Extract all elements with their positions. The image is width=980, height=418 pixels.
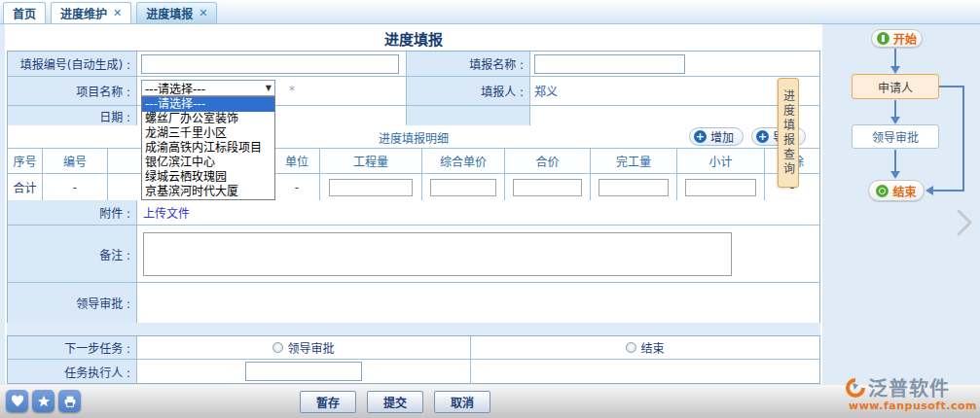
executor-label: 任务执行人 :	[8, 360, 137, 383]
close-icon[interactable]: ✕	[113, 7, 122, 19]
filler-value: 郑义	[534, 83, 558, 99]
tab-bar: 首页 进度维护 ✕ 进度填报 ✕	[0, 0, 980, 24]
col-unit-price: 综合单价	[422, 149, 505, 173]
required-mark: *	[289, 84, 295, 97]
cancel-button[interactable]: 取消	[434, 391, 490, 413]
total-finished-qty-input[interactable]	[599, 179, 669, 196]
tab-label: 首页	[13, 5, 36, 21]
filler-label: 填报人 :	[407, 77, 530, 105]
remark-label: 备注 :	[8, 226, 137, 282]
executor-input[interactable]	[245, 362, 362, 381]
leader-approval-label: 领导审批 :	[8, 283, 137, 323]
footer-bar: 暂存 提交 取消	[0, 384, 980, 418]
tab-label: 进度维护	[60, 5, 107, 21]
executor-empty-cell	[471, 360, 819, 383]
brand-name: 泛普软件	[868, 373, 950, 401]
total-unit-price-input[interactable]	[430, 179, 497, 196]
total-subtotal-input[interactable]	[685, 179, 756, 196]
expand-chevron-icon[interactable]	[959, 211, 970, 234]
end-icon	[876, 185, 889, 197]
radio-end-label: 结束	[640, 339, 664, 356]
col-quantity: 工程量	[320, 149, 422, 173]
header-fields-table: 填报编号(自动生成) : 填报名称 : 项目名称 : 填报人 : 郑义 日期 :	[7, 51, 820, 127]
leader-approval-value	[137, 283, 819, 323]
chevron-down-icon: ▼	[266, 84, 272, 92]
detail-table: 进度填报明细 + 增加 + 导入 序号 编号 单位 工程量 综合单价 合价 完工…	[7, 125, 820, 201]
col-finished-qty: 完工量	[591, 149, 677, 173]
col-code: 编号	[43, 149, 108, 173]
dropdown-option[interactable]: 龙湖三千里小区	[142, 126, 274, 141]
dropdown-option[interactable]: ---请选择---	[142, 97, 274, 112]
project-select-value: ---请选择---	[145, 80, 205, 96]
workflow-approval-node: 领导审批	[852, 124, 939, 149]
bookmark-icon[interactable]	[32, 390, 54, 412]
col-seq: 序号	[8, 149, 43, 173]
brand-logo: 泛普软件 www.fanpusoft.com	[845, 373, 975, 412]
next-task-label: 下一步任务 :	[8, 336, 137, 359]
col-amount: 合价	[505, 149, 591, 173]
form-panel: 进度填报 填报编号(自动生成) : 填报名称 : 项目名称 : 填报人 : 郑义…	[5, 24, 822, 384]
total-row: 合计 - - - -	[8, 174, 819, 200]
plus-circle-icon: +	[694, 130, 707, 143]
approval-label: 领导审批	[872, 128, 919, 145]
total-label: 合计	[8, 174, 43, 200]
page-title: 进度填报	[5, 28, 822, 49]
empty-value-cell	[530, 106, 819, 126]
fanpu-logo-icon	[845, 377, 866, 399]
radio-leader-approval-label: 领导审批	[287, 339, 334, 356]
end-label: 结束	[892, 183, 916, 199]
fill-no-input[interactable]	[141, 54, 399, 74]
project-dropdown-list: ---请选择--- 螺丝厂办公室装饰 龙湖三千里小区 成渝高铁内江标段项目 银亿…	[141, 96, 275, 200]
total-amount-input[interactable]	[513, 179, 582, 196]
total-quantity-input[interactable]	[329, 179, 412, 196]
upload-file-link[interactable]: 上传文件	[143, 204, 190, 221]
brand-website: www.fanpusoft.com	[845, 400, 975, 412]
add-row-button[interactable]: + 增加	[689, 127, 744, 146]
mid-rows: 附件 : 上传文件 备注 : 领导审批 :	[7, 200, 820, 324]
total-code-dash: -	[43, 174, 108, 200]
empty-label-cell	[407, 106, 530, 126]
section-gap	[7, 323, 820, 335]
dropdown-option[interactable]: 京基滨河时代大厦	[142, 185, 274, 199]
applicant-label: 申请人	[878, 79, 913, 95]
tab-progress-maintain[interactable]: 进度维护 ✕	[51, 2, 131, 23]
col-unit: 单位	[274, 149, 320, 173]
fill-name-label: 填报名称 :	[407, 52, 530, 76]
date-label: 日期 :	[8, 106, 137, 126]
project-label: 项目名称 :	[8, 77, 137, 105]
tab-home[interactable]: 首页	[3, 2, 46, 23]
plus-circle-icon: +	[756, 130, 769, 143]
col-subtotal: 小计	[677, 149, 765, 173]
next-step-table: 下一步任务 : 领导审批 结束 任务执行人 :	[7, 335, 820, 384]
fill-name-input[interactable]	[534, 54, 685, 74]
radio-end[interactable]	[626, 342, 636, 353]
submit-button[interactable]: 提交	[367, 391, 423, 413]
dropdown-option[interactable]: 螺丝厂办公室装饰	[142, 112, 274, 126]
start-label: 开始	[893, 30, 917, 47]
radio-leader-approval[interactable]	[272, 342, 283, 353]
tab-label: 进度填报	[146, 5, 193, 21]
favorite-icon[interactable]	[6, 390, 28, 412]
workflow-applicant-node: 申请人	[852, 74, 939, 99]
workflow-start-node: 开始	[871, 29, 923, 48]
dropdown-option[interactable]: 银亿滨江中心	[142, 156, 274, 170]
workflow-panel: 开始 申请人 领导审批 结束	[822, 24, 980, 384]
add-row-label: 增加	[710, 128, 734, 145]
total-unit-dash: -	[274, 174, 320, 200]
remark-textarea[interactable]	[143, 232, 732, 276]
attachment-label: 附件 :	[8, 200, 137, 225]
fill-no-label: 填报编号(自动生成) :	[8, 52, 137, 76]
start-icon	[877, 32, 889, 45]
dropdown-option[interactable]: 成渝高铁内江标段项目	[142, 141, 274, 156]
close-icon[interactable]: ✕	[199, 7, 207, 19]
dropdown-option[interactable]: 绿城云栖玫瑰园	[142, 170, 274, 185]
tab-progress-query[interactable]: 进度填报查询	[778, 78, 799, 188]
workflow-end-node: 结束	[868, 180, 925, 201]
project-select[interactable]: ---请选择--- ▼	[141, 80, 275, 96]
detail-column-headers: 序号 编号 单位 工程量 综合单价 合价 完工量 小计 删除	[8, 149, 819, 174]
print-icon[interactable]	[58, 390, 81, 412]
save-draft-button[interactable]: 暂存	[300, 391, 356, 413]
tab-progress-fill[interactable]: 进度填报 ✕	[136, 2, 217, 23]
